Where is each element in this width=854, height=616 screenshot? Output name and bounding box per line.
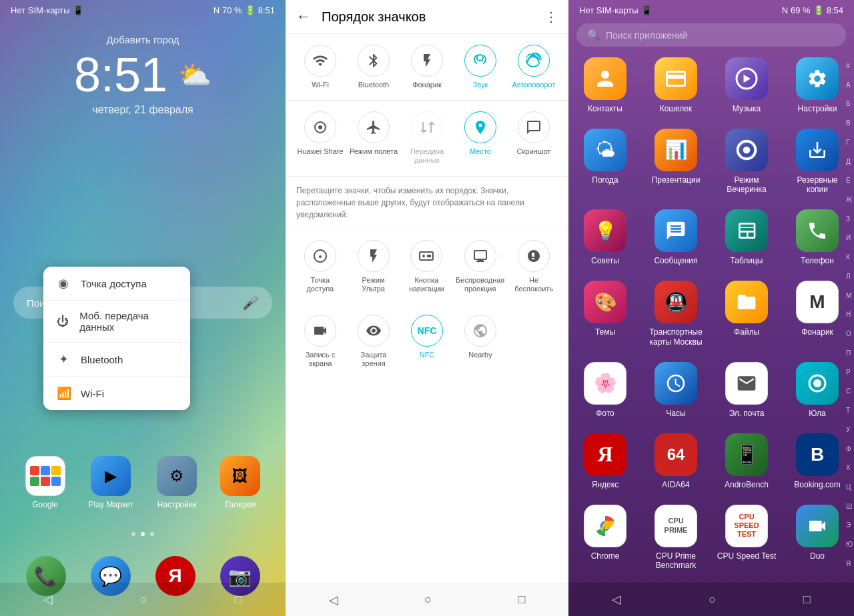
app-themes[interactable]: 🎨 Темы: [574, 281, 636, 353]
alpha-#[interactable]: #: [846, 62, 853, 69]
right-search-bar[interactable]: 🔍: [576, 23, 846, 47]
alpha-Б[interactable]: Б: [846, 100, 853, 107]
right-back-nav[interactable]: ◁: [612, 592, 621, 607]
middle-recents-nav[interactable]: □: [518, 593, 525, 607]
alpha-Ю[interactable]: Ю: [846, 541, 853, 548]
dock-google[interactable]: Google: [25, 456, 65, 509]
alpha-Г[interactable]: Г: [846, 139, 853, 146]
dock-settings[interactable]: ⚙ Настройки: [157, 456, 197, 509]
dock-gallery[interactable]: 🖼 Галерея: [220, 456, 260, 509]
app-settings[interactable]: Настройки: [786, 57, 849, 121]
app-tips[interactable]: 💡 Советы: [574, 209, 636, 273]
app-contacts[interactable]: Контакты: [574, 57, 636, 121]
right-search-input[interactable]: [606, 30, 835, 41]
icon-screen-record[interactable]: Запись с экрана: [296, 315, 344, 368]
alpha-А[interactable]: А: [846, 81, 853, 89]
alpha-Т[interactable]: Т: [846, 407, 853, 414]
app-transport[interactable]: 🚇 Транспортные карты Москвы: [645, 281, 707, 353]
alpha-Ф[interactable]: Ф: [846, 445, 853, 453]
alpha-О[interactable]: О: [846, 330, 853, 337]
icon-no-disturb[interactable]: Не беспокоить: [510, 240, 558, 293]
alpha-Л[interactable]: Л: [846, 273, 853, 280]
alpha-Э[interactable]: Э: [846, 521, 853, 529]
app-yula[interactable]: Юла: [786, 362, 849, 425]
app-duo[interactable]: Duo: [786, 505, 849, 577]
alpha-М[interactable]: М: [846, 292, 853, 299]
alpha-Е[interactable]: Е: [846, 177, 853, 184]
icon-eye-protection[interactable]: Защита зрения: [350, 315, 398, 368]
alpha-П[interactable]: П: [846, 349, 853, 357]
icon-bluetooth[interactable]: Bluetooth: [350, 45, 398, 89]
app-androbench[interactable]: 📱 AndroBench: [715, 433, 778, 497]
icon-ultra[interactable]: Режим Ультра: [350, 240, 398, 293]
middle-back-nav[interactable]: ◁: [329, 593, 338, 607]
middle-back-button[interactable]: ←: [296, 8, 311, 25]
app-phone[interactable]: Телефон: [786, 209, 849, 273]
add-city-label[interactable]: Добавить город: [0, 34, 286, 45]
alpha-Ц[interactable]: Ц: [846, 483, 853, 491]
context-item-bluetooth[interactable]: ✦ Bluetooth: [43, 343, 190, 377]
context-item-mobile-data[interactable]: ⏻ Моб. передача данных: [43, 301, 190, 343]
app-presentations[interactable]: 📊 Презентации: [645, 129, 707, 201]
right-home-nav[interactable]: ○: [709, 593, 716, 607]
app-yandex[interactable]: Я Яндекс: [574, 433, 636, 497]
icon-screenshot[interactable]: Скриншот: [510, 111, 558, 165]
wallet-label: Кошелек: [660, 104, 693, 113]
alpha-К[interactable]: К: [846, 253, 853, 261]
app-flashlight[interactable]: M Фонарик: [786, 281, 849, 353]
app-chrome[interactable]: Chrome: [574, 505, 636, 577]
middle-home-nav[interactable]: ○: [424, 593, 432, 607]
app-messages[interactable]: Сообщения: [645, 209, 707, 273]
context-item-wifi[interactable]: 📶 Wi-Fi: [43, 377, 190, 410]
icon-nav-button[interactable]: Кнопка навигации: [402, 240, 450, 293]
icon-hotspot[interactable]: Точка доступа: [296, 240, 344, 293]
app-backup[interactable]: Резервные копии: [786, 129, 849, 201]
icon-nearby[interactable]: Nearby: [456, 315, 504, 368]
alphabet-index[interactable]: #АБВГДЕЖЗИКЛМНОПРСТУФХЦШЭЮЯ: [845, 53, 854, 576]
app-cpu-prime[interactable]: CPUPRIME CPU Prime Benchmark: [645, 505, 707, 577]
app-tables[interactable]: Таблицы: [715, 209, 778, 273]
icon-wifi[interactable]: Wi-Fi: [296, 45, 344, 89]
mic-icon[interactable]: 🎤: [242, 295, 259, 311]
alpha-С[interactable]: С: [846, 387, 853, 395]
app-booking[interactable]: B Booking.com: [786, 433, 849, 497]
alpha-Я[interactable]: Я: [846, 560, 853, 567]
icon-transfer[interactable]: Передача данных: [403, 111, 451, 165]
back-nav-btn[interactable]: ◁: [43, 592, 53, 607]
alpha-Н[interactable]: Н: [846, 311, 853, 318]
app-cpu-speed[interactable]: CPUSPEEDTEST CPU Speed Test: [715, 505, 778, 577]
app-party-mode[interactable]: Режим Вечеринка: [715, 129, 778, 201]
recents-nav-btn[interactable]: □: [235, 593, 242, 607]
home-nav-btn[interactable]: ○: [140, 593, 147, 607]
dock-playmarket[interactable]: ▶ Play Маркет: [89, 456, 133, 509]
icon-nfc[interactable]: NFC NFC: [403, 315, 451, 368]
app-weather[interactable]: 🌤 Погода: [574, 129, 636, 201]
alpha-И[interactable]: И: [846, 234, 853, 241]
app-wallet[interactable]: Кошелек: [645, 57, 707, 121]
app-files[interactable]: Файлы: [715, 281, 778, 353]
context-item-hotspot[interactable]: ◉ Точка доступа: [43, 267, 190, 301]
alpha-У[interactable]: У: [846, 426, 853, 433]
icon-autorotate[interactable]: Автоповорот: [510, 45, 558, 89]
app-music[interactable]: Музыка: [715, 57, 778, 121]
alpha-В[interactable]: В: [846, 119, 853, 127]
icon-airplane[interactable]: Режим полета: [350, 111, 398, 165]
app-photos[interactable]: 🌸 Фото: [574, 362, 636, 425]
alpha-Р[interactable]: Р: [846, 369, 853, 376]
right-recents-nav[interactable]: □: [803, 593, 811, 607]
icon-huawei-share[interactable]: Huawei Share: [296, 111, 344, 165]
alpha-Ш[interactable]: Ш: [846, 503, 853, 510]
middle-more-button[interactable]: ⋮: [544, 9, 558, 25]
app-aida64[interactable]: 64 AIDA64: [645, 433, 707, 497]
icon-flashlight[interactable]: Фонарик: [403, 45, 451, 89]
icon-sound[interactable]: Звук: [456, 45, 504, 89]
phone-icon: [796, 209, 839, 252]
alpha-Х[interactable]: Х: [846, 464, 853, 471]
icon-wireless-proj[interactable]: Беспроводная проекция: [456, 240, 504, 293]
app-clock[interactable]: Часы: [645, 362, 707, 425]
alpha-З[interactable]: З: [846, 215, 853, 223]
alpha-Ж[interactable]: Ж: [846, 196, 853, 203]
app-email[interactable]: Эл. почта: [715, 362, 778, 425]
icon-location[interactable]: Место: [456, 111, 504, 165]
alpha-Д[interactable]: Д: [846, 158, 853, 165]
